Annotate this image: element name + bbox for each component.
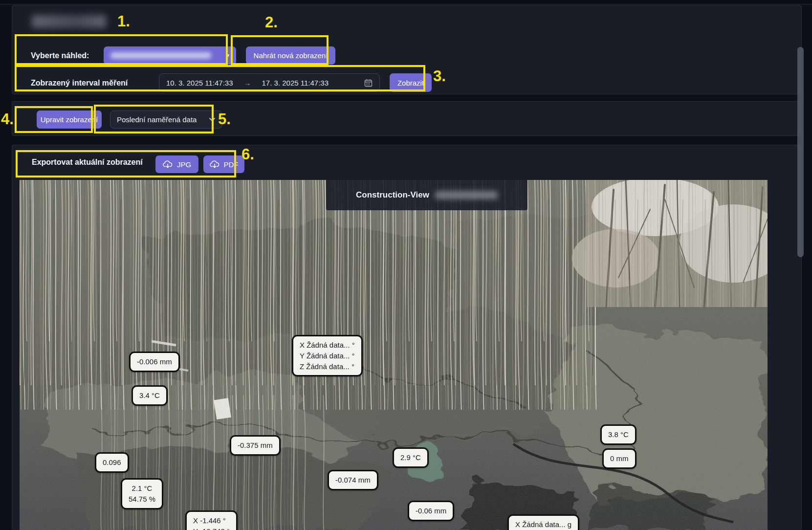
- download-cloud-icon: [163, 160, 173, 168]
- date-to-value[interactable]: 17. 3. 2025 11:47:33: [262, 79, 329, 87]
- measurement-label: 2.9 °C: [393, 447, 429, 468]
- export-jpg-button[interactable]: JPG: [155, 155, 198, 173]
- annotation-number-5: 5.: [218, 111, 231, 127]
- chevron-down-icon: [209, 117, 216, 122]
- annotation-number-4: 4.: [1, 111, 14, 127]
- annotation-number-3: 3.: [433, 68, 446, 84]
- export-pdf-button[interactable]: PDF: [203, 155, 244, 173]
- redacted-view-title-suffix: [435, 191, 498, 199]
- measurement-label: -0.006 mm: [129, 352, 180, 372]
- calendar-icon[interactable]: [364, 79, 373, 87]
- date-range-input[interactable]: 10. 3. 2025 11:47:33 → 17. 3. 2025 11:47…: [159, 73, 380, 92]
- panel-edit-controls: Upravit zobrazení Poslední naměřená data: [12, 101, 802, 136]
- download-cloud-icon: [210, 160, 219, 168]
- data-mode-value: Poslední naměřená data: [117, 115, 197, 124]
- annotation-number-2: 2.: [265, 15, 278, 30]
- measurement-label: 3.4 °C: [132, 385, 168, 406]
- measurement-label: X Žádná data... g: [507, 514, 579, 530]
- measurement-label: -0.06 mm: [408, 501, 454, 521]
- scrollbar-thumb[interactable]: [797, 47, 804, 257]
- top-window-strip: [0, 0, 812, 4]
- photo-canvas[interactable]: Construction-View -0.006 mm3.4 °CX Žádná…: [20, 180, 768, 530]
- measurement-label: X -1.446 °Y -10.743 °: [185, 510, 238, 530]
- dropdown-caret-icon: ▾: [226, 53, 229, 58]
- annotation-number-6: 6.: [241, 147, 254, 162]
- measurement-label: 0 mm: [602, 448, 636, 469]
- export-pdf-label: PDF: [224, 160, 239, 169]
- edit-view-button[interactable]: Upravit zobrazení: [37, 110, 102, 129]
- view-title-bar: Construction-View: [326, 180, 527, 210]
- redacted-selected-view: [110, 52, 211, 59]
- data-mode-select[interactable]: Poslední naměřená data: [110, 110, 222, 129]
- annotation-number-1: 1.: [117, 14, 130, 29]
- measurement-label: 0.096: [95, 452, 129, 473]
- select-view-label: Vyberte náhled:: [31, 51, 89, 60]
- measurement-label: X Žádná data... °Y Žádná data... °Z Žádn…: [292, 335, 363, 376]
- view-select-dropdown[interactable]: ▾: [104, 46, 236, 65]
- view-title: Construction-View: [356, 190, 429, 200]
- export-label: Exportovat aktuální zobrazení: [32, 158, 143, 167]
- show-button[interactable]: Zobrazit: [390, 73, 432, 92]
- upload-new-views-button[interactable]: Nahrát nová zobrazení: [246, 46, 335, 65]
- measurement-label: -0.074 mm: [328, 470, 378, 490]
- redacted-page-title: [32, 15, 106, 28]
- measurement-label: 3.8 °C: [600, 424, 636, 445]
- interval-label: Zobrazený interval měření: [31, 79, 128, 88]
- measurement-label: -0.375 mm: [230, 435, 281, 456]
- panel-view-controls: Vyberte náhled: ▾ Nahrát nová zobrazení …: [12, 5, 802, 94]
- export-jpg-label: JPG: [177, 160, 191, 169]
- arrow-right-icon: →: [244, 79, 251, 87]
- measurement-label: 2.1 °C54.75 %: [121, 478, 163, 509]
- date-from-value[interactable]: 10. 3. 2025 11:47:33: [166, 79, 233, 87]
